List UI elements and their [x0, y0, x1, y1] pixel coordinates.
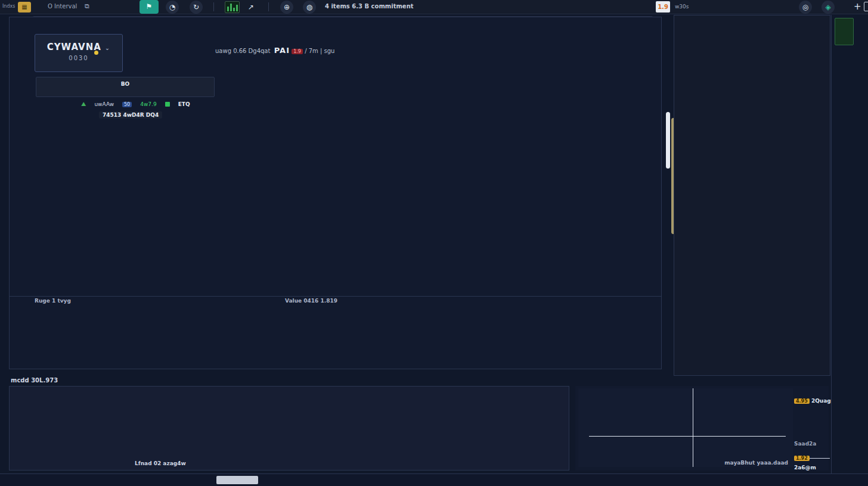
oscillator-panel: Lfnad 02 azag4w — [9, 386, 569, 471]
mini-candlestick-chart[interactable] — [578, 388, 793, 467]
time-axis — [0, 473, 868, 486]
volume-line-chart[interactable] — [35, 308, 658, 358]
time-scrollbar-thumb[interactable] — [216, 476, 258, 484]
crosshair-vertical — [693, 388, 693, 467]
mini-market-thumbnail[interactable] — [835, 18, 854, 45]
mini-chart-label: mayaBhut yaaa.daad — [724, 460, 788, 466]
brand-logo[interactable]: 1.9 — [656, 1, 670, 13]
menu-grid-icon[interactable]: ▦ — [18, 2, 31, 13]
mini-chart-panel: mayaBhut yaaa.daad — [575, 386, 829, 471]
price-tag: 4.95 — [794, 398, 810, 404]
panel-divider — [10, 296, 661, 297]
bell-icon[interactable]: ◔ — [166, 1, 179, 14]
app-label: Indxs — [2, 4, 15, 9]
chart-thumbnail-icon[interactable] — [225, 1, 240, 13]
level-line — [810, 458, 830, 459]
interval-selector[interactable]: O Interval — [48, 3, 77, 10]
top-toolbar: Indxs ▦ O Interval ⧉ ⚑ ◔ ↻ ↗ ⊕ ◍ 4 items… — [0, 0, 868, 14]
quote-column — [832, 140, 868, 486]
trading-platform-screen: Indxs ▦ O Interval ⧉ ⚑ ◔ ↻ ↗ ⊕ ◍ 4 items… — [0, 0, 868, 486]
share-icon[interactable]: ↗ — [244, 1, 258, 14]
window-frame-icon — [864, 2, 868, 11]
subchart-header: Ruge 1 tvyg Value 0416 1.819 — [35, 298, 658, 306]
macd-panel-label: mcdd 30L.973 — [11, 377, 58, 384]
watchlist-sidebar — [674, 15, 830, 376]
crosshair-horizontal — [589, 436, 786, 437]
toolbar-divider — [213, 2, 214, 11]
flag-button[interactable]: ⚑ — [140, 0, 159, 14]
candlestick-chart[interactable] — [35, 36, 658, 292]
oscillator-chart[interactable] — [11, 396, 568, 466]
theme-icon[interactable]: ◈ — [822, 1, 835, 14]
user-icon[interactable]: ◍ — [303, 1, 316, 14]
column-divider — [831, 15, 832, 486]
layout-icon[interactable]: ⧉ — [85, 2, 89, 10]
commitment-status: 4 items 6.3 B commitment — [325, 3, 414, 10]
session-label: w30s — [675, 4, 689, 10]
toolbar-divider — [268, 2, 269, 11]
settings-icon[interactable]: ◎ — [799, 1, 812, 14]
globe-icon[interactable]: ⊕ — [280, 1, 293, 14]
refresh-icon[interactable]: ↻ — [190, 1, 203, 14]
mini-chart-gutter: 4.95 2Quag Saad2a 1.92 2a6@m — [793, 386, 831, 471]
main-chart-card: CYWAVNA⌄ 0030 BO ⛰ uwAAw 50 4w7.9 ETQ 74… — [9, 17, 662, 369]
chart-scrollbar[interactable] — [666, 112, 670, 169]
add-tab-button[interactable]: + — [854, 1, 861, 12]
price-tag: 1.92 — [794, 456, 810, 461]
oscillator-label: Lfnad 02 azag4w — [135, 460, 186, 466]
